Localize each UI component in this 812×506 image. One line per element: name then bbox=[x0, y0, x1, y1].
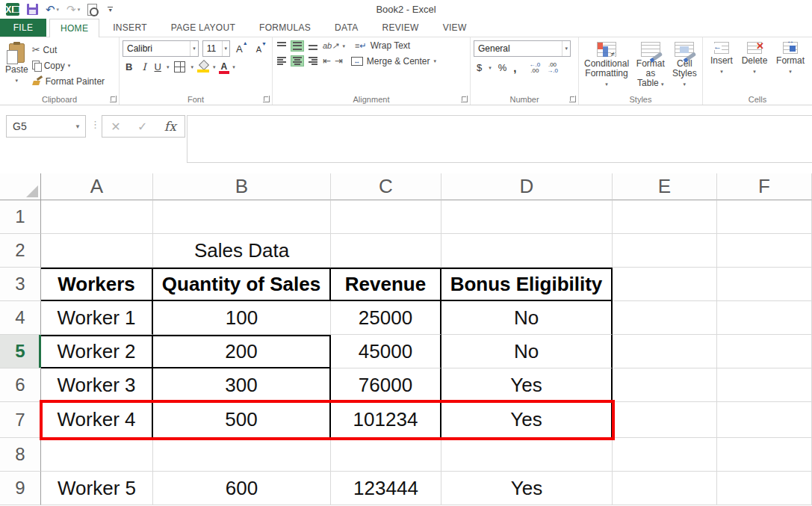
cell-E4[interactable] bbox=[613, 301, 717, 335]
cell-A3[interactable]: Workers bbox=[41, 268, 153, 301]
tab-page-layout[interactable]: PAGE LAYOUT bbox=[161, 19, 246, 37]
cell-A2[interactable] bbox=[41, 234, 153, 268]
row-header-2[interactable]: 2 bbox=[0, 234, 41, 268]
cell-E9[interactable] bbox=[613, 472, 717, 505]
cell-A1[interactable] bbox=[41, 200, 153, 234]
cell-D3[interactable]: Bonus Eligibility bbox=[441, 268, 613, 301]
number-format-caret-icon[interactable]: ▾ bbox=[562, 41, 570, 56]
paste-button[interactable]: Paste ▾ bbox=[3, 40, 31, 93]
cell-D2[interactable] bbox=[441, 234, 613, 268]
row-header-1[interactable]: 1 bbox=[0, 200, 41, 234]
cell-E2[interactable] bbox=[613, 234, 717, 268]
cell-D1[interactable] bbox=[441, 200, 613, 234]
fill-color-caret-icon[interactable]: ▾ bbox=[213, 64, 216, 70]
merge-center-button[interactable]: Merge & Center bbox=[367, 56, 430, 67]
wrap-text-button[interactable]: Wrap Text bbox=[371, 40, 411, 51]
column-header-A[interactable]: A bbox=[41, 173, 153, 200]
underline-caret-icon[interactable]: ▾ bbox=[167, 64, 170, 70]
format-painter-button[interactable]: Format Painter bbox=[31, 73, 106, 89]
row-header-5[interactable]: 5 bbox=[0, 335, 41, 368]
format-cells-button[interactable]: Format ▾ bbox=[774, 40, 807, 93]
cell-E8[interactable] bbox=[613, 438, 717, 472]
copy-button[interactable]: Copy ▾ bbox=[31, 58, 106, 73]
font-color-icon[interactable]: A bbox=[219, 62, 229, 71]
cell-F5[interactable] bbox=[717, 335, 812, 368]
cell-E1[interactable] bbox=[613, 200, 717, 234]
orientation-caret-icon[interactable]: ▾ bbox=[342, 43, 345, 49]
bottom-align-button[interactable] bbox=[307, 41, 319, 51]
column-header-E[interactable]: E bbox=[613, 173, 717, 200]
cell-A9[interactable]: Worker 5 bbox=[41, 472, 153, 505]
row-header-4[interactable]: 4 bbox=[0, 301, 41, 335]
cut-button[interactable]: ✂ Cut bbox=[31, 42, 106, 58]
accounting-caret-icon[interactable]: ▾ bbox=[489, 65, 492, 71]
select-all-button[interactable] bbox=[0, 173, 41, 200]
row-header-8[interactable]: 8 bbox=[0, 438, 41, 472]
cell-C8[interactable] bbox=[331, 438, 441, 472]
increase-decimal-button[interactable]: ←.0 .00 bbox=[529, 62, 540, 74]
decrease-font-size-button[interactable]: A▼ bbox=[254, 44, 269, 54]
top-align-button[interactable] bbox=[276, 41, 288, 51]
cell-F3[interactable] bbox=[717, 268, 812, 301]
cell-C5[interactable]: 45000 bbox=[331, 335, 441, 368]
cell-D4[interactable]: No bbox=[441, 301, 613, 335]
cell-C7[interactable]: 101234 bbox=[331, 402, 441, 438]
font-color-caret-icon[interactable]: ▾ bbox=[232, 64, 235, 70]
tab-data[interactable]: DATA bbox=[324, 19, 368, 37]
number-dialog-launcher-icon[interactable] bbox=[569, 96, 576, 102]
clipboard-dialog-launcher-icon[interactable] bbox=[110, 96, 117, 102]
formula-bar-resize-handle[interactable]: ⋮ bbox=[90, 119, 100, 130]
cancel-icon[interactable]: ✕ bbox=[111, 120, 120, 134]
cell-B5[interactable]: 200 bbox=[153, 335, 331, 368]
cell-E3[interactable] bbox=[613, 268, 717, 301]
insert-function-icon[interactable]: fx bbox=[164, 119, 176, 134]
enter-icon[interactable]: ✓ bbox=[137, 120, 147, 134]
cell-A5[interactable]: Worker 2 bbox=[41, 335, 153, 368]
row-header-7[interactable]: 7 bbox=[0, 402, 41, 438]
cell-D7[interactable]: Yes bbox=[441, 402, 613, 438]
borders-caret-icon[interactable]: ▾ bbox=[190, 64, 193, 70]
cell-E7[interactable] bbox=[613, 402, 717, 438]
font-name-caret-icon[interactable]: ▾ bbox=[190, 41, 198, 56]
cell-styles-button[interactable]: Cell Styles ▾ bbox=[670, 40, 699, 93]
row-header-9[interactable]: 9 bbox=[0, 472, 41, 505]
column-header-F[interactable]: F bbox=[717, 173, 812, 200]
cell-C9[interactable]: 123444 bbox=[331, 472, 441, 505]
cell-D5[interactable]: No bbox=[441, 335, 613, 368]
italic-button[interactable]: I bbox=[139, 61, 149, 72]
align-right-button[interactable] bbox=[307, 56, 319, 66]
cell-D6[interactable]: Yes bbox=[441, 368, 613, 402]
column-header-D[interactable]: D bbox=[441, 173, 613, 200]
cell-F7[interactable] bbox=[717, 402, 812, 438]
decrease-indent-icon[interactable]: ⇤ bbox=[323, 55, 331, 67]
cell-B4[interactable]: 100 bbox=[153, 301, 331, 335]
cell-F6[interactable] bbox=[717, 368, 812, 402]
name-box[interactable]: G5 ▼ bbox=[6, 115, 86, 138]
borders-icon[interactable] bbox=[174, 61, 185, 72]
paste-caret-icon[interactable]: ▾ bbox=[16, 75, 19, 85]
cell-C6[interactable]: 76000 bbox=[331, 368, 441, 402]
cell-A8[interactable] bbox=[41, 438, 153, 472]
name-box-caret-icon[interactable]: ▼ bbox=[70, 123, 85, 130]
underline-button[interactable]: U bbox=[153, 61, 163, 72]
cell-B2[interactable]: Sales Data bbox=[153, 234, 331, 268]
cell-A7[interactable]: Worker 4 bbox=[41, 402, 153, 438]
font-name-combo[interactable]: Calibri ▾ bbox=[123, 40, 199, 57]
font-size-combo[interactable]: 11 ▾ bbox=[202, 40, 230, 57]
increase-font-size-button[interactable]: A▲ bbox=[234, 43, 250, 55]
format-as-table-button[interactable]: Format as Table ▾ bbox=[631, 40, 670, 93]
accounting-format-button[interactable]: $ bbox=[477, 62, 482, 73]
cell-C1[interactable] bbox=[331, 200, 441, 234]
cell-D8[interactable] bbox=[441, 438, 613, 472]
cell-F1[interactable] bbox=[717, 200, 812, 234]
align-center-button[interactable] bbox=[291, 56, 303, 66]
comma-style-button[interactable]: , bbox=[513, 61, 516, 74]
cell-C2[interactable] bbox=[331, 234, 441, 268]
cell-A6[interactable]: Worker 3 bbox=[41, 368, 153, 402]
cell-F2[interactable] bbox=[717, 234, 812, 268]
decrease-decimal-button[interactable]: .00 →.0 bbox=[547, 62, 558, 74]
cell-A4[interactable]: Worker 1 bbox=[41, 301, 153, 335]
percent-style-button[interactable]: % bbox=[498, 62, 507, 73]
cell-B3[interactable]: Quantity of Sales bbox=[153, 268, 331, 301]
merge-center-caret-icon[interactable]: ▾ bbox=[434, 58, 437, 64]
